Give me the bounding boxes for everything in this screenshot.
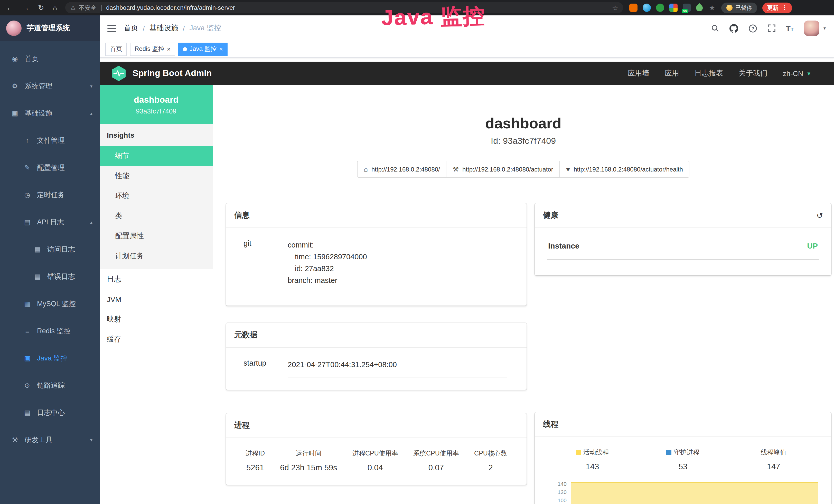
font-size-icon[interactable]: TT	[786, 24, 794, 32]
update-button[interactable]: 更新 ⋮	[762, 2, 792, 13]
sba-nav-wallboard[interactable]: 应用墙	[628, 69, 649, 78]
sidebar-item-dev-tools[interactable]: ⚒研发工具▾	[0, 426, 100, 453]
status-badge: UP	[807, 241, 818, 250]
hamburger-icon[interactable]	[107, 25, 116, 31]
sba-item-environment[interactable]: 环境	[100, 186, 213, 206]
sidebar-item-home[interactable]: ◉首页	[0, 45, 100, 72]
sba-item-logs[interactable]: 日志	[100, 269, 213, 289]
kebab-menu-icon[interactable]: ⋮	[781, 4, 788, 11]
sidebar-item-mysql[interactable]: ▦MySQL 监控	[0, 290, 100, 317]
emoji-face-icon	[726, 5, 732, 11]
search-icon[interactable]	[711, 24, 719, 32]
address-bar[interactable]: ⚠ 不安全 dashboard.yudao.iocoder.cn/infra/a…	[65, 2, 623, 13]
sidebar-item-system[interactable]: ⚙系统管理▾	[0, 72, 100, 100]
header-actions: ? TT ▾	[711, 21, 834, 36]
health-card: 健康 ↺ Instance UP	[535, 203, 831, 275]
sidebar-item-error-log[interactable]: ▤错误日志	[0, 263, 100, 290]
link-root-url[interactable]: ⌂http://192.168.0.2:48080/	[357, 161, 447, 178]
forward-icon[interactable]: →	[22, 4, 29, 12]
sba-nav-journal[interactable]: 日志报表	[695, 69, 723, 78]
extension-icon-2[interactable]	[643, 4, 651, 12]
page-subtitle: Id: 93a3fc7f7409	[213, 136, 834, 146]
tab-redis-monitor[interactable]: Redis 监控×	[130, 42, 175, 56]
layers-icon: ≡	[23, 327, 32, 335]
tab-home[interactable]: 首页	[105, 42, 127, 56]
help-icon[interactable]: ?	[748, 24, 757, 32]
sba-item-classes[interactable]: 类	[100, 206, 213, 226]
sidebar-item-redis[interactable]: ≡Redis 监控	[0, 317, 100, 345]
active-dot-icon	[183, 47, 187, 51]
document-icon: ▤	[23, 409, 32, 416]
sba-item-jvm[interactable]: JVM	[100, 289, 213, 309]
close-icon[interactable]: ×	[167, 46, 171, 52]
breadcrumb-current: Java 监控	[190, 24, 221, 33]
breadcrumb-infra[interactable]: 基础设施	[150, 24, 178, 33]
info-key: git	[238, 239, 288, 293]
sba-app-name: dashboard	[134, 95, 178, 105]
avatar-caret-icon[interactable]: ▾	[824, 26, 826, 31]
link-actuator-url[interactable]: ⚒http://192.168.0.2:48080/actuator	[446, 161, 560, 178]
sba-nav-applications[interactable]: 应用	[665, 69, 679, 78]
home-icon: ⌂	[364, 165, 368, 173]
sidebar-item-jobs[interactable]: ◷定时任务	[0, 181, 100, 208]
sidebar-item-files[interactable]: ↑文件管理	[0, 127, 100, 154]
url-text: dashboard.yudao.iocoder.cn/infra/admin-s…	[106, 4, 235, 11]
sidebar-item-config[interactable]: ✎配置管理	[0, 154, 100, 181]
update-label: 更新	[767, 4, 778, 12]
sidebar-item-tracing[interactable]: ⊙链路追踪	[0, 372, 100, 399]
tab-java-monitor[interactable]: Java 监控×	[178, 42, 227, 56]
metadata-card-title: 元数据	[234, 330, 257, 340]
sba-nav-about[interactable]: 关于我们	[739, 69, 767, 78]
breadcrumb-home[interactable]: 首页	[124, 24, 138, 33]
extension-icon-proxy[interactable]: on	[683, 4, 691, 12]
bookmark-star-icon[interactable]: ☆	[612, 4, 618, 12]
user-avatar[interactable]	[804, 21, 819, 36]
link-health-url[interactable]: ♥http://192.168.0.2:48080/actuator/healt…	[559, 161, 690, 178]
sba-brand[interactable]: Spring Boot Admin	[100, 66, 212, 81]
paused-badge[interactable]: 已暂停	[721, 2, 757, 13]
app-logo[interactable]: 芋道管理系统	[0, 16, 100, 41]
sidebar-item-infra[interactable]: ▣基础设施▴	[0, 100, 100, 127]
threads-legend: 活动线程 143 守护进程 53 线程峰值 147	[547, 448, 819, 472]
extension-icon-1[interactable]	[629, 4, 637, 12]
sba-item-details[interactable]: 细节	[100, 146, 213, 166]
sba-item-mappings[interactable]: 映射	[100, 309, 213, 329]
history-icon[interactable]: ↺	[816, 211, 823, 220]
threads-card-title: 线程	[543, 419, 558, 429]
sidebar-item-api-logs[interactable]: ▤API 日志▴	[0, 208, 100, 236]
metadata-card: 元数据 startup 2021-04-27T00:44:31.254+08:0…	[226, 323, 527, 390]
annotation-java-monitor: Java 监控	[381, 2, 486, 32]
sba-item-configprops[interactable]: 配置属性	[100, 226, 213, 246]
sidebar-item-access-log[interactable]: ▤访问日志	[0, 236, 100, 263]
process-stats: 进程ID5261 运行时间6d 23h 15m 59s 进程CPU使用率0.04…	[238, 449, 514, 473]
security-label: 不安全	[79, 4, 96, 12]
sidebar-item-log-center[interactable]: ▤日志中心	[0, 399, 100, 426]
back-icon[interactable]: ←	[6, 4, 13, 12]
extension-icon-grid[interactable]	[670, 4, 678, 12]
sba-brand-title: Spring Boot Admin	[133, 68, 212, 78]
browser-home-icon[interactable]: ⌂	[53, 4, 57, 12]
sba-app-header[interactable]: dashboard 93a3fc7f7409	[100, 85, 213, 124]
sba-item-metrics[interactable]: 性能	[100, 166, 213, 186]
document-icon: ▤	[33, 273, 42, 280]
blue-square-icon	[666, 450, 672, 455]
divider	[101, 5, 102, 11]
chevron-down-icon: ▼	[806, 71, 811, 76]
document-icon: ▤	[23, 218, 32, 226]
github-icon[interactable]	[729, 24, 738, 32]
health-instance-row[interactable]: Instance UP	[547, 239, 819, 260]
sba-item-caches[interactable]: 缓存	[100, 329, 213, 349]
monitor-icon: ▣	[23, 354, 32, 362]
close-icon[interactable]: ×	[219, 46, 223, 52]
extension-icon-leaf[interactable]	[695, 3, 704, 13]
sidebar-item-java-monitor[interactable]: ▣Java 监控	[0, 345, 100, 372]
extension-icon-star[interactable]: ★	[708, 4, 716, 12]
reload-icon[interactable]: ↻	[38, 4, 44, 12]
extension-icon-3[interactable]	[656, 4, 664, 12]
chevron-down-icon: ▾	[90, 437, 92, 442]
sba-insights-group: Insights 细节 性能 环境 类 配置属性 计划任务	[100, 124, 213, 269]
sba-item-scheduled-tasks[interactable]: 计划任务	[100, 246, 213, 266]
locale-select[interactable]: zh-CN ▼	[783, 69, 811, 77]
fullscreen-icon[interactable]	[767, 24, 775, 32]
wrench-icon: ⚒	[453, 165, 459, 173]
